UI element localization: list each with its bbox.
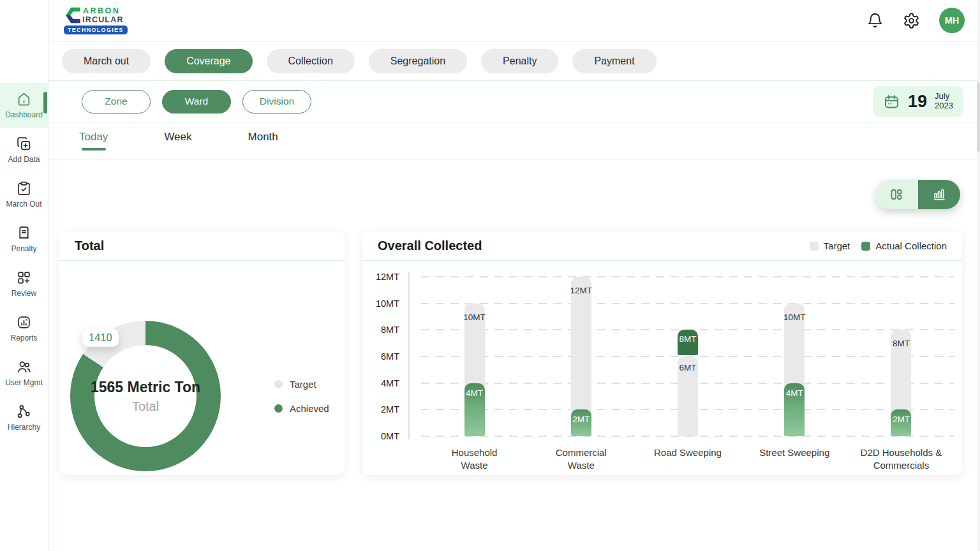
scope-pills: ZoneWardDivision xyxy=(82,90,311,114)
target-bar-label: 8MT xyxy=(893,339,910,348)
sidebar-item-label: Reports xyxy=(10,334,37,342)
legend-label: Target xyxy=(290,379,316,390)
actual-bar-label: 8MT xyxy=(679,334,697,344)
active-underline xyxy=(82,148,106,151)
tab-collection[interactable]: Collection xyxy=(267,49,355,73)
scope-ward[interactable]: Ward xyxy=(162,90,231,114)
period-label: Today xyxy=(79,131,108,143)
sidebar-item-reports[interactable]: Reports xyxy=(0,306,48,351)
notification-bell-icon[interactable] xyxy=(866,12,884,29)
sidebar-item-label: User Mgmt xyxy=(5,378,43,387)
bar-group-2: 2MT12MTCommercial Waste xyxy=(528,277,634,436)
sidebar-item-add-data[interactable]: Add Data xyxy=(0,128,48,172)
scope-filter-row: ZoneWardDivision 19 July 2023 xyxy=(48,81,980,122)
sidebar-item-dashboard[interactable]: Dashboard xyxy=(0,83,48,128)
chart-card-title: Overall Collected xyxy=(378,239,482,253)
sidebar-item-label: Add Data xyxy=(8,155,40,164)
sidebar-item-march-out[interactable]: March Out xyxy=(0,172,48,217)
chart-legend: Target Actual Collection xyxy=(810,240,947,251)
sidebar-item-penalty[interactable]: Penalty xyxy=(0,217,48,261)
legend-target: Target xyxy=(810,240,850,251)
category-label: Commercial Waste xyxy=(524,446,639,472)
tab-payment[interactable]: Payment xyxy=(572,49,656,73)
scope-zone[interactable]: Zone xyxy=(82,90,151,114)
sidebar-item-label: Review xyxy=(11,289,36,298)
actual-bar-label: 4MT xyxy=(786,388,803,398)
bar-chart: 0MT2MT4MT6MT8MT10MT12MT4MT10MTHousehold … xyxy=(362,261,962,475)
y-tick-label: 2MT xyxy=(362,404,399,415)
sidebar-item-user-mgmt[interactable]: User Mgmt xyxy=(0,351,48,395)
active-indicator xyxy=(43,92,47,114)
category-label: Road Sweeping xyxy=(630,446,745,459)
date-day: 19 xyxy=(908,92,927,112)
page-scrollbar[interactable] xyxy=(977,0,980,551)
logo-c-icon xyxy=(64,6,83,25)
legend-actual-label: Actual Collection xyxy=(875,240,947,251)
bar-group-5: 2MT8MTD2D Households & Commercials xyxy=(848,277,954,436)
sidebar-item-hierarchy[interactable]: Hierarchy xyxy=(0,395,48,440)
active-underline xyxy=(251,148,275,151)
total-legend-target: Target xyxy=(274,379,329,390)
total-legend: TargetAchieved xyxy=(274,379,329,414)
scope-division[interactable]: Division xyxy=(242,90,311,114)
tab-march-out[interactable]: March out xyxy=(62,49,151,73)
y-tick-label: 8MT xyxy=(362,325,399,335)
home-icon xyxy=(16,91,32,107)
receipt-icon xyxy=(16,225,32,241)
card-view-icon xyxy=(889,187,904,202)
settings-gear-icon[interactable] xyxy=(903,12,920,29)
date-month: July xyxy=(935,92,953,101)
target-bar-label: 6MT xyxy=(679,363,697,372)
category-label: Street Sweeping xyxy=(737,446,852,459)
donut-total-label: Total xyxy=(132,399,159,414)
hierarchy-icon xyxy=(16,404,32,420)
actual-bar-label: 2MT xyxy=(572,415,590,424)
actual-bar-label: 4MT xyxy=(466,388,483,398)
view-toggle xyxy=(875,180,960,209)
y-tick-label: 4MT xyxy=(362,378,399,388)
period-label: Month xyxy=(248,131,278,143)
card-view-toggle[interactable] xyxy=(875,180,918,209)
donut-value-badge: 1410 xyxy=(82,328,119,347)
tab-segregation[interactable]: Segregation xyxy=(369,49,467,73)
period-tabs: TodayWeekMonth xyxy=(48,122,980,159)
category-label: Household Waste xyxy=(417,446,532,472)
report-chart-icon xyxy=(16,314,32,330)
tab-penalty[interactable]: Penalty xyxy=(481,49,558,73)
sidebar-item-label: Dashboard xyxy=(5,110,43,119)
donut-total-value: 1565 Metric Ton xyxy=(91,379,200,396)
date-picker[interactable]: 19 July 2023 xyxy=(873,86,963,117)
logo-text-carbon: ARBON xyxy=(83,6,120,15)
users-icon xyxy=(16,359,32,375)
legend-dot xyxy=(274,380,283,388)
tab-coverage[interactable]: Coverage xyxy=(165,49,252,73)
category-label: D2D Households & Commercials xyxy=(843,446,958,472)
bar-slots: 4MT10MTHousehold Waste2MT12MTCommercial … xyxy=(421,277,954,436)
scrollbar-thumb[interactable] xyxy=(977,82,980,152)
sidebar-item-label: March Out xyxy=(6,200,41,209)
overall-collected-card: Overall Collected Target Actual Collecti… xyxy=(362,231,962,475)
company-logo: ARBON IRCULAR TECHNOLOGIES xyxy=(64,5,117,36)
date-year: 2023 xyxy=(935,101,953,111)
legend-target-label: Target xyxy=(824,240,850,251)
sidebar-item-label: Hierarchy xyxy=(8,423,40,432)
active-underline xyxy=(166,148,190,151)
y-axis-line xyxy=(408,272,410,439)
user-avatar[interactable]: MH xyxy=(939,8,965,33)
y-tick-label: 6MT xyxy=(362,351,399,362)
sidebar-item-review[interactable]: Review xyxy=(0,261,48,306)
period-tab-today[interactable]: Today xyxy=(79,131,108,151)
chart-view-toggle[interactable] xyxy=(918,180,961,209)
header-actions: MH xyxy=(866,8,965,33)
chart-card-header: Overall Collected Target Actual Collecti… xyxy=(362,231,962,261)
sidebar-spacer xyxy=(0,0,48,83)
bar-group-1: 4MT10MTHousehold Waste xyxy=(421,277,528,436)
bar-group-3: 8MT6MTRoad Sweeping xyxy=(634,277,741,436)
period-tab-month[interactable]: Month xyxy=(248,131,278,151)
sidebar-item-label: Penalty xyxy=(11,244,36,253)
logo-text-circular: IRCULAR xyxy=(82,15,124,24)
total-legend-achieved: Achieved xyxy=(274,403,329,414)
chart-view-icon xyxy=(932,187,947,202)
period-tab-week[interactable]: Week xyxy=(164,131,191,151)
total-card-header: Total xyxy=(59,231,345,261)
